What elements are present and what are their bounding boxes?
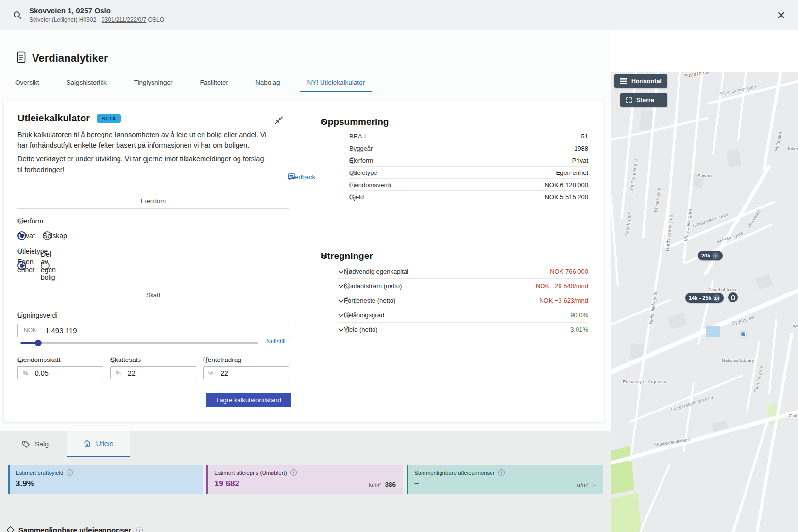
beta-badge: BETA — [97, 114, 121, 123]
table-row: EierformPrivat — [349, 154, 588, 167]
property-type-text: Selveier (Leilighet) H0302 - — [29, 17, 102, 23]
search-icon[interactable] — [13, 10, 22, 20]
percent-prefix: % — [208, 370, 214, 377]
map[interactable]: Sushi Of Life Eilert Sundts gate Holtega… — [611, 72, 798, 532]
tab-salg-label: Salg — [35, 440, 49, 448]
bruttoyield-card: Estimert bruttoyield 3.9% — [8, 465, 203, 494]
table-row: BRA-i51 — [349, 130, 588, 142]
nullstill-link[interactable]: Nullstill — [266, 338, 286, 345]
sammenlignbare-card: Sammenlignbare utleieannonser – kr/m²– — [407, 465, 603, 494]
percent-prefix: % — [116, 370, 121, 377]
table-row[interactable]: Yield (netto) 3.01% — [338, 323, 588, 337]
eiendomsskatt-label: Eiendomsskatt — [17, 356, 61, 363]
row-label: Eierform — [349, 157, 373, 164]
row-value: Privat — [572, 157, 588, 164]
tab-utleie[interactable]: Utleie — [67, 431, 130, 457]
chevron-up-icon — [321, 120, 327, 124]
info-icon[interactable] — [136, 527, 143, 532]
row-value: NOK 766 000 — [550, 268, 588, 275]
row-value: NOK −3 623/mnd — [539, 297, 588, 304]
save-button[interactable]: Lagre kalkulatortilstand — [206, 393, 291, 407]
ligningsverdi-input[interactable] — [45, 326, 283, 335]
rentefradrag-label: Rentefradrag — [203, 356, 241, 363]
card-unit-value: 386 — [385, 481, 396, 488]
radio-privat[interactable]: Privat — [17, 231, 26, 240]
expand-icon — [626, 97, 632, 103]
horisontal-button[interactable]: Horisontal — [614, 74, 667, 88]
table-row[interactable]: Belåningsgrad 90.0% — [338, 308, 588, 323]
tab-salg[interactable]: Salg — [4, 431, 67, 457]
rentefradrag-input[interactable] — [221, 369, 284, 377]
marker-price: 14k - 25k — [689, 295, 711, 301]
close-icon[interactable] — [777, 8, 785, 22]
main-pane: Verdianalytiker Oversikt Salgshistorikk … — [0, 30, 611, 532]
location-dot — [740, 331, 746, 337]
row-value: 1988 — [574, 145, 588, 152]
table-row: UtleietypeEgen enhet — [349, 167, 588, 179]
cadastral-link[interactable]: 0301/211/222/0/7 — [102, 17, 147, 23]
table-row[interactable]: Kontantstrøm (netto) NOK −29 540/mnd — [338, 279, 588, 293]
map-label: National Library — [722, 358, 754, 363]
property-subtitle: Selveier (Leilighet) H0302 - 0301/211/22… — [29, 17, 777, 23]
tab-oversikt[interactable]: Oversikt — [8, 74, 47, 92]
card-label: Sammenlignbare utleieannonser — [414, 470, 495, 476]
info-icon[interactable] — [498, 469, 505, 476]
radio-egen-enhet[interactable]: Egen enhet — [17, 261, 26, 270]
card-value: 3.9% — [16, 479, 197, 489]
card-label: Estimert utleiepris (Umøblert) — [214, 470, 287, 476]
calculator-card: Utleiekalkulator BETA Bruk kalkulatoren … — [4, 101, 604, 422]
tab-utleiekalkulator[interactable]: NY! Utleiekalkulator — [300, 74, 372, 92]
highlighted-building — [706, 326, 720, 337]
stat-cards: Estimert bruttoyield 3.9% Estimert utlei… — [8, 465, 603, 494]
card-unit-label: kr/m² — [369, 482, 381, 488]
card-unit-value: – — [592, 481, 596, 488]
tab-salgshistorikk[interactable]: Salgshistorikk — [59, 74, 114, 92]
card-value: – — [414, 479, 597, 489]
table-row[interactable]: Nødvendig egenkapital NOK 766 000 — [338, 264, 588, 279]
radio-del-av-egen-bolig[interactable]: Del av egen bolig — [41, 261, 50, 270]
horisontal-label: Horisontal — [631, 78, 662, 85]
tab-tinglysninger[interactable]: Tinglysninger — [127, 74, 180, 92]
property-title: Skovveien 1, 0257 Oslo — [29, 6, 777, 15]
utregninger-title: Utregninger — [321, 251, 373, 261]
storre-button[interactable]: Større — [620, 93, 667, 107]
info-icon[interactable] — [290, 469, 297, 476]
tab-fasiliteter[interactable]: Fasiliteter — [193, 74, 236, 92]
utregninger-header[interactable]: Utregninger — [321, 251, 373, 261]
row-label: Byggeår — [349, 145, 373, 152]
table-row: Byggeår1988 — [349, 142, 588, 154]
marker-count-badge: 1 — [712, 252, 719, 259]
radio-selskap[interactable]: Selskap — [43, 231, 51, 240]
row-label: Belåningsgrad — [344, 311, 384, 319]
rentefradrag-field: % — [203, 366, 289, 379]
diamond-icon — [7, 526, 15, 532]
ligningsverdi-label: Ligningsverdi — [17, 311, 58, 319]
eiendomsskatt-field: % — [17, 366, 103, 379]
eiendomsskatt-input[interactable] — [35, 369, 98, 377]
sammenlignbare-heading-label: Sammenlignbare utleieannonser — [18, 526, 131, 532]
ligningsverdi-slider[interactable] — [20, 342, 258, 344]
table-row[interactable]: Fortjeneste (netto) NOK −3 623/mnd — [338, 293, 588, 308]
slider-thumb[interactable] — [35, 340, 42, 346]
skattesats-input[interactable] — [128, 369, 191, 377]
calculator-description-2: Dette verktøyet er under utvikling. Vi t… — [17, 154, 269, 175]
page-header: Verdianalytiker — [17, 51, 108, 65]
table-row: GjeldNOK 5 515 200 — [349, 191, 588, 203]
document-icon — [17, 51, 26, 65]
price-marker-20k[interactable]: 20k 1 — [698, 251, 723, 260]
chevron-down-icon — [338, 299, 344, 303]
home-icon — [83, 440, 91, 447]
chevron-down-icon — [338, 328, 344, 332]
oppsummering-header[interactable]: Oppsummering — [321, 117, 389, 127]
row-value: 3.01% — [570, 326, 588, 333]
price-marker-14k-25k[interactable]: 14k - 25k 14 — [685, 293, 724, 303]
info-icon[interactable] — [67, 469, 73, 476]
tag-icon — [22, 440, 30, 448]
row-value: Egen enhet — [556, 169, 588, 176]
eierform-label: Eierform — [17, 217, 43, 225]
row-label: Yield (netto) — [344, 326, 378, 333]
tab-nabolag[interactable]: Nabolag — [248, 74, 287, 92]
home-marker-icon[interactable] — [727, 292, 739, 303]
chevron-down-icon — [338, 270, 344, 274]
section-label-eiendom: Eiendom — [17, 197, 289, 205]
